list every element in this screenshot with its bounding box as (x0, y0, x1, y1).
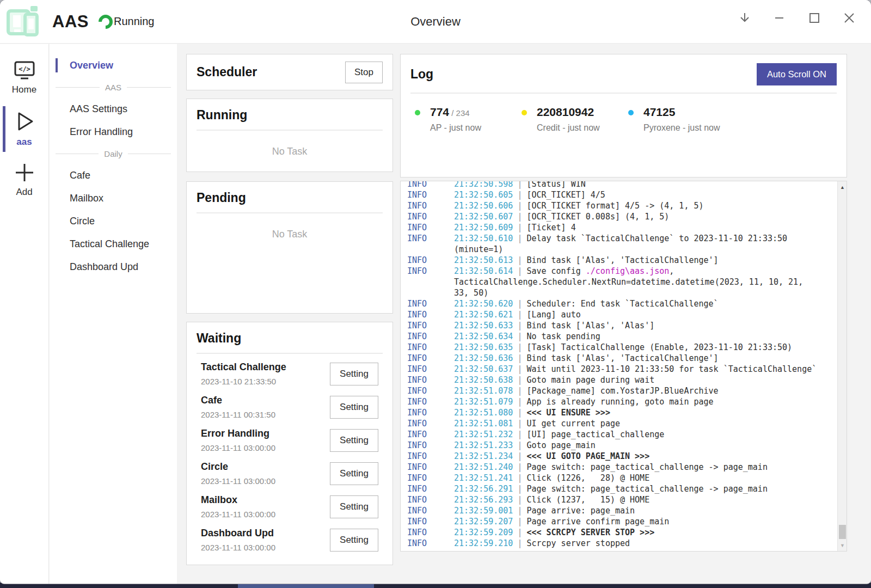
sidebar-group-label: AAS (105, 83, 121, 92)
log-title: Log (410, 67, 433, 82)
scheduler-title: Scheduler (197, 65, 257, 79)
app-title: AAS (52, 12, 89, 32)
rail-item-add[interactable]: Add (0, 156, 48, 204)
rail-item-label: Add (16, 187, 32, 198)
sidebar-item-tactical-challenge[interactable]: Tactical Challenge (56, 232, 171, 255)
log-line: INFO21:32:50.636|Bind task ['Alas', 'Tac… (407, 353, 837, 364)
log-output-card: INFO21:32:50.598|[Status] WININFO21:32:5… (400, 181, 847, 552)
plus-icon (13, 162, 36, 183)
main-content: Scheduler Stop Running No Task Pending N… (177, 44, 871, 584)
waiting-task-row-cafe: Cafe2023-11-11 00:31:50Setting (197, 390, 383, 424)
app-logo-icon (5, 4, 40, 39)
play-icon (13, 109, 36, 133)
dashboard-stat-pyroxene: 47125Pyroxene - just now (624, 106, 731, 133)
setting-button-circle[interactable]: Setting (330, 462, 378, 485)
log-line: INFO21:32:50.606|[OCR_TICKET format] 4/5… (407, 200, 837, 211)
setting-button-mailbox[interactable]: Setting (330, 495, 378, 518)
sidebar-item-dashboard-upd[interactable]: Dashboard Upd (56, 255, 171, 278)
status-dot-icon (522, 110, 527, 115)
running-empty-text: No Task (197, 146, 383, 157)
log-line: INFO21:32:51.232|[UI] page_tactical_chal… (407, 429, 837, 440)
minimize-button[interactable] (772, 10, 787, 26)
close-button[interactable] (842, 10, 857, 26)
log-output[interactable]: INFO21:32:50.598|[Status] WININFO21:32:5… (401, 181, 837, 551)
waiting-task-row-mailbox: Mailbox2023-11-11 03:00:00Setting (197, 490, 383, 523)
waiting-task-name: Circle (201, 461, 275, 473)
stat-label: AP - just now (430, 123, 481, 133)
titlebar: AAS Running Overview (0, 0, 871, 44)
setting-button-cafe[interactable]: Setting (330, 396, 378, 419)
sidebar-group-label: Daily (104, 149, 122, 158)
dashboard-stats: 774 / 234AP - just now220810942Credit - … (410, 106, 837, 133)
pending-title: Pending (197, 191, 383, 205)
log-line: INFO21:32:50.637|Wait until 2023-11-10 2… (407, 364, 837, 375)
waiting-task-row-tactical-challenge: Tactical Challenge2023-11-10 21:33:50Set… (197, 357, 383, 390)
log-line: INFO21:32:50.614|Save config ./config\aa… (407, 266, 837, 277)
log-line: INFO21:32:51.078|[Package_name] com.Yost… (407, 385, 837, 396)
stat-value: 774 / 234 (430, 106, 481, 119)
waiting-task-name: Tactical Challenge (201, 362, 286, 373)
pending-card: Pending No Task (186, 181, 393, 314)
auto-scroll-toggle-button[interactable]: Auto Scroll ON (757, 63, 837, 85)
waiting-task-row-dashboard-upd: Dashboard Upd2023-11-11 03:00:00Setting (197, 523, 383, 556)
sidebar-nav: OverviewAASAAS SettingsError HandlingDai… (50, 44, 177, 584)
log-line: INFO21:32:50.634|No task pending (407, 331, 837, 342)
log-line: INFO21:32:50.621|[Lang] auto (407, 309, 837, 320)
maximize-button[interactable] (807, 10, 822, 26)
log-line: INFO21:32:59.001|Page arrive: page_main (407, 505, 837, 516)
running-spinner-icon (96, 11, 116, 32)
log-line: INFO21:32:51.081|UI get current page (407, 418, 837, 429)
sidebar-item-aas-settings[interactable]: AAS Settings (56, 97, 171, 120)
waiting-task-name: Mailbox (201, 494, 275, 506)
log-line: INFO21:32:50.620|Scheduler: End task `Ta… (407, 298, 837, 309)
waiting-task-time: 2023-11-11 03:00:00 (201, 543, 275, 552)
waiting-task-name: Dashboard Upd (201, 528, 275, 539)
rail-item-aas[interactable]: aas (0, 104, 48, 154)
app-window: AAS Running Overview (0, 0, 871, 584)
scrollbar-thumb[interactable] (839, 525, 846, 539)
sidebar-item-cafe[interactable]: Cafe (56, 164, 171, 187)
stat-label: Pyroxene - just now (643, 123, 720, 133)
dashboard-stat-ap: 774 / 234AP - just now (410, 106, 517, 133)
scheduler-card: Scheduler Stop (186, 54, 393, 90)
log-line: INFO21:32:51.080|<<< UI ENSURE >>> (407, 407, 837, 418)
stat-value: 47125 (643, 106, 720, 119)
setting-button-error-handling[interactable]: Setting (330, 429, 378, 452)
waiting-task-time: 2023-11-10 21:33:50 (201, 377, 286, 386)
rail-item-label: Home (12, 84, 36, 95)
log-line: INFO21:32:59.209|<<< SCRCPY SERVER STOP … (407, 527, 837, 538)
status-dot-icon (415, 110, 420, 115)
log-line: INFO21:32:50.635|[Task] TacticalChalleng… (407, 342, 837, 353)
running-title: Running (197, 108, 383, 122)
waiting-task-time: 2023-11-11 03:00:00 (201, 476, 275, 486)
setting-button-tactical-challenge[interactable]: Setting (330, 363, 378, 385)
running-card: Running No Task (186, 99, 393, 172)
sidebar-item-circle[interactable]: Circle (56, 210, 171, 232)
waiting-task-time: 2023-11-11 00:31:50 (201, 410, 275, 419)
dashboard-stat-credit: 220810942Credit - just now (517, 106, 624, 133)
scroll-up-arrow-icon[interactable]: ▲ (838, 182, 847, 192)
sidebar-group-divider-daily: Daily (56, 143, 171, 164)
sidebar-group-divider-aas: AAS (56, 77, 171, 97)
waiting-task-row-error-handling: Error Handling2023-11-11 03:00:00Setting (197, 424, 383, 457)
page-title: Overview (410, 15, 461, 29)
rail-item-home[interactable]: </> Home (0, 55, 48, 102)
log-scrollbar[interactable]: ▲ ▼ (837, 181, 847, 551)
waiting-task-time: 2023-11-11 03:00:00 (201, 443, 275, 452)
stop-button[interactable]: Stop (345, 62, 383, 83)
sidebar-item-overview[interactable]: Overview (56, 54, 171, 77)
sidebar-item-error-handling[interactable]: Error Handling (56, 120, 171, 143)
log-line: 33, 50) (407, 287, 837, 298)
setting-button-dashboard-upd[interactable]: Setting (330, 529, 378, 552)
log-line: INFO21:32:50.610|Delay task `TacticalCha… (407, 233, 837, 244)
waiting-list: Tactical Challenge2023-11-10 21:33:50Set… (197, 357, 383, 556)
sidebar-item-mailbox[interactable]: Mailbox (56, 187, 171, 210)
log-line: INFO21:32:56.291|Page switch: page_tacti… (407, 483, 837, 494)
download-update-icon[interactable] (737, 10, 752, 26)
log-line: INFO21:32:59.207|Page arrive confirm pag… (407, 516, 837, 527)
scroll-down-arrow-icon[interactable]: ▼ (838, 541, 847, 550)
log-line: INFO21:32:50.607|[OCR_TICKET 0.008s] (4,… (407, 211, 837, 222)
waiting-task-name: Cafe (201, 395, 275, 406)
log-line: INFO21:32:50.609|[Ticket] 4 (407, 222, 837, 233)
waiting-task-time: 2023-11-11 03:00:00 (201, 510, 275, 519)
